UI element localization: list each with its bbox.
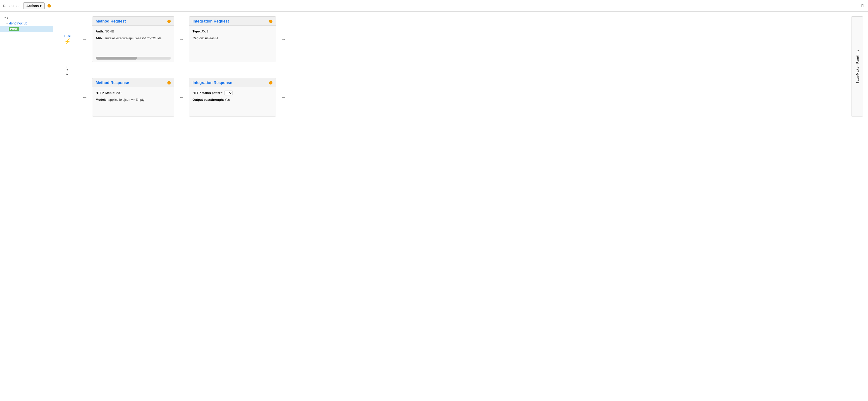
- diagram-wrapper: TEST ⚡ → Method Request: [58, 17, 863, 117]
- test-block: TEST ⚡: [64, 34, 72, 44]
- sidebar-item-lendingclub[interactable]: ▼ /lendingclub: [0, 20, 53, 26]
- arrow-col-6: ←: [276, 78, 290, 117]
- region-field: Region: us-east-1: [192, 36, 273, 41]
- sidebar-item-post[interactable]: POST: [0, 26, 53, 32]
- sidebar-root-label: /: [7, 16, 8, 19]
- http-status-pattern-select[interactable]: -: [224, 91, 232, 95]
- scrollbar-thumb: [96, 57, 137, 60]
- arrow-left-3: ←: [281, 94, 286, 100]
- integration-request-title[interactable]: Integration Request: [192, 19, 229, 24]
- type-label: Type:: [192, 30, 201, 33]
- method-request-scrollbar[interactable]: [96, 57, 171, 60]
- method-request-dot: [167, 20, 171, 23]
- region-value: us-east-1: [205, 36, 218, 40]
- region-label: Region:: [192, 36, 204, 40]
- output-passthrough-field: Output passthrough: Yes: [192, 97, 273, 102]
- arrow-right-1: →: [82, 36, 87, 42]
- method-response-title[interactable]: Method Response: [96, 81, 129, 85]
- method-response-dot: [167, 81, 171, 85]
- method-request-title[interactable]: Method Request: [96, 19, 126, 24]
- arrow-right-3: →: [281, 36, 286, 42]
- type-value: AWS: [202, 30, 209, 33]
- arn-label: ARN:: [96, 36, 104, 40]
- integration-response-card: Integration Response HTTP status pattern…: [189, 78, 276, 117]
- client-column: TEST ⚡: [58, 17, 78, 62]
- client-col-bottom: [58, 78, 78, 117]
- client-label: Client: [65, 65, 69, 75]
- method-request-body: Auth: NONE ARN: arn:aws:execute-api:us-e…: [92, 26, 174, 55]
- http-status-value: 200: [116, 91, 122, 95]
- sidebar-lendingclub-label: /lendingclub: [9, 21, 27, 25]
- main-layout: ▼ / ▼ /lendingclub POST: [0, 11, 868, 401]
- top-row: TEST ⚡ → Method Request: [58, 17, 851, 62]
- test-label[interactable]: TEST: [64, 34, 72, 38]
- method-request-card: Method Request Auth: NONE ARN:: [92, 17, 175, 62]
- integration-response-title[interactable]: Integration Response: [192, 81, 232, 85]
- sagemaker-sidebar: SageMaker Runtime: [851, 17, 863, 117]
- page-title: [48, 4, 52, 7]
- integration-request-header: Integration Request: [189, 17, 276, 26]
- http-status-field: HTTP Status: 200: [96, 91, 171, 95]
- sidebar-item-root[interactable]: ▼ /: [0, 14, 53, 20]
- integration-response-body: HTTP status pattern: - Output passthroug…: [189, 87, 276, 116]
- models-label: Models:: [96, 98, 107, 101]
- auth-field: Auth: NONE: [96, 29, 171, 34]
- models-value: application/json => Empty: [108, 98, 145, 101]
- http-status-label: HTTP Status:: [96, 91, 115, 95]
- arrow-col-2: →: [175, 17, 189, 62]
- auth-value: NONE: [105, 30, 114, 33]
- method-response-header: Method Response: [92, 78, 174, 87]
- output-passthrough-label: Output passthrough:: [192, 98, 224, 101]
- content-area: TEST ⚡ → Method Request: [53, 11, 868, 401]
- integration-response-header: Integration Response: [189, 78, 276, 87]
- actions-button[interactable]: Actions ▾: [23, 2, 44, 9]
- arrow-right-2: →: [179, 36, 184, 42]
- main-flow-area: TEST ⚡ → Method Request: [58, 17, 851, 117]
- http-status-pattern-label: HTTP status pattern:: [192, 91, 223, 95]
- arrow-icon-lendingclub: ▼: [6, 22, 8, 25]
- output-passthrough-value: Yes: [225, 98, 230, 101]
- method-request-header: Method Request: [92, 17, 174, 26]
- arrow-left-2: ←: [179, 94, 184, 100]
- top-bar: Resources Actions ▾ 🗒: [0, 0, 868, 11]
- integration-request-body: Type: AWS Region: us-east-1: [189, 26, 276, 55]
- auth-label: Auth:: [96, 30, 104, 33]
- http-status-pattern-field: HTTP status pattern: -: [192, 91, 273, 95]
- integration-response-dot: [269, 81, 273, 85]
- arn-field: ARN: arn:aws:execute-api:us-east-1/*/POS…: [96, 36, 171, 41]
- integration-request-card: Integration Request Type: AWS Region:: [189, 17, 276, 62]
- resources-label: Resources: [3, 4, 20, 8]
- sagemaker-label: SageMaker Runtime: [856, 50, 859, 84]
- arrow-col-5: ←: [175, 78, 189, 117]
- arrow-col-1: →: [78, 17, 92, 62]
- method-response-card: Method Response HTTP Status: 200 Models:: [92, 78, 175, 117]
- arrow-icon-root: ▼: [4, 16, 6, 19]
- arrow-col-4: ←: [78, 78, 92, 117]
- arn-value: arn:aws:execute-api:us-east-1/*/POST/le: [104, 36, 161, 40]
- orange-dot-title: [48, 4, 51, 7]
- method-response-body: HTTP Status: 200 Models: application/jso…: [92, 87, 174, 116]
- models-field: Models: application/json => Empty: [96, 97, 171, 102]
- arrow-left-1: ←: [82, 94, 87, 100]
- integration-request-dot: [269, 20, 273, 23]
- bottom-row: ← Method Response HTTP Status:: [58, 78, 851, 117]
- post-badge: POST: [9, 27, 19, 31]
- arrow-col-3: →: [276, 17, 290, 62]
- type-field: Type: AWS: [192, 29, 273, 34]
- lightning-icon[interactable]: ⚡: [64, 38, 71, 44]
- sidebar: ▼ / ▼ /lendingclub POST: [0, 11, 53, 401]
- notebook-icon[interactable]: 🗒: [860, 3, 865, 8]
